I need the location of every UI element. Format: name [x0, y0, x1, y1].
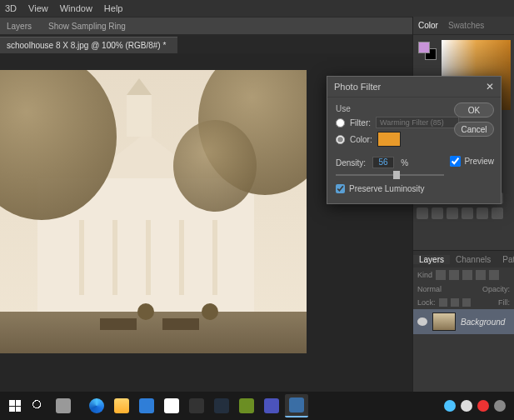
tb-edge-icon[interactable] — [85, 394, 108, 418]
tab-paths[interactable]: Paths — [497, 255, 514, 264]
tb-search-icon[interactable] — [27, 394, 50, 418]
tray-icon[interactable] — [461, 400, 472, 412]
color-radio[interactable] — [336, 135, 345, 144]
opt-layers[interactable]: Layers — [7, 22, 32, 31]
density-slider[interactable] — [336, 171, 444, 179]
doc-tab[interactable]: schoolhouse 8 X 8.jpg @ 100% (RGB/8#) * — [0, 37, 177, 53]
filter-icon[interactable] — [449, 270, 459, 280]
layer-name: Background — [461, 318, 505, 327]
tb-amazon-icon[interactable] — [210, 394, 233, 418]
layers-filter-row: Kind — [413, 268, 514, 282]
tab-layers[interactable]: Layers — [413, 255, 450, 264]
density-input[interactable]: 56 — [372, 157, 394, 168]
menu-3d[interactable]: 3D — [5, 3, 17, 13]
panel-icon[interactable] — [477, 208, 488, 219]
start-button[interactable] — [5, 396, 25, 416]
panel-icon[interactable] — [417, 208, 428, 219]
preserve-checkbox[interactable] — [336, 184, 345, 193]
color-panel-tabs: Color Swatches — [413, 17, 514, 35]
photo-image — [0, 70, 307, 353]
tb-store-icon[interactable] — [160, 394, 183, 418]
filter-radio[interactable] — [336, 118, 345, 128]
tb-app-icon[interactable] — [235, 394, 258, 418]
taskbar — [0, 392, 514, 420]
panel-icon[interactable] — [432, 208, 443, 219]
color-swatch[interactable] — [377, 132, 401, 147]
right-panels: Color Swatches Layers Channels Paths Kin… — [412, 17, 514, 392]
tb-open-app-icon[interactable] — [285, 394, 308, 418]
system-tray — [444, 400, 509, 412]
blend-mode[interactable]: Normal — [417, 285, 479, 293]
dialog-title: Photo Filter — [334, 82, 381, 92]
tray-icon[interactable] — [444, 400, 456, 412]
preview-label: Preview — [464, 157, 494, 166]
lock-label: Lock: — [417, 298, 436, 307]
tb-teams-icon[interactable] — [260, 394, 283, 418]
blend-row: Normal Opacity: — [413, 282, 514, 296]
preserve-label: Preserve Luminosity — [349, 184, 425, 193]
menu-view[interactable]: View — [28, 3, 48, 13]
density-label: Density: — [336, 158, 366, 168]
tb-dropbox-icon[interactable] — [185, 394, 208, 418]
filter-icon[interactable] — [436, 270, 446, 280]
tab-channels[interactable]: Channels — [450, 255, 497, 264]
fg-bg-swatch[interactable] — [418, 42, 437, 60]
opacity-label: Opacity: — [482, 285, 510, 293]
tb-mail-icon[interactable] — [135, 394, 158, 418]
panel-icon[interactable] — [447, 208, 458, 219]
opt-sampling[interactable]: Show Sampling Ring — [48, 22, 126, 31]
fill-label: Fill: — [498, 298, 510, 307]
layer-thumbnail[interactable] — [432, 312, 456, 331]
filter-dropdown[interactable]: Warming Filter (85) — [376, 117, 459, 128]
lock-icon[interactable] — [451, 298, 459, 307]
color-label: Color: — [350, 135, 372, 144]
tb-taskview-icon[interactable] — [52, 394, 75, 418]
menubar: 3D View Window Help — [0, 0, 514, 17]
menu-help[interactable]: Help — [104, 3, 123, 13]
ok-button[interactable]: OK — [454, 102, 494, 118]
preview-checkbox[interactable] — [450, 156, 461, 167]
filter-label: Filter: — [350, 118, 371, 128]
tb-explorer-icon[interactable] — [110, 394, 133, 418]
cancel-button[interactable]: Cancel — [454, 122, 494, 137]
layers-panel: Layers Channels Paths Kind Normal Opacit… — [413, 250, 514, 392]
menu-window[interactable]: Window — [60, 3, 92, 13]
dialog-titlebar[interactable]: Photo Filter ✕ — [327, 77, 501, 98]
tab-swatches[interactable]: Swatches — [448, 21, 484, 30]
filter-icon[interactable] — [489, 270, 499, 280]
canvas[interactable] — [0, 70, 307, 353]
pct-label: % — [401, 158, 408, 168]
fg-color[interactable] — [418, 42, 430, 53]
tray-icon[interactable] — [477, 400, 489, 412]
tray-icon[interactable] — [494, 400, 506, 412]
layers-tabs: Layers Channels Paths — [413, 251, 514, 268]
close-icon[interactable]: ✕ — [486, 81, 494, 92]
photo-filter-dialog: Photo Filter ✕ OK Cancel Preview Use Fil… — [327, 76, 502, 204]
windows-icon — [9, 400, 21, 412]
visibility-icon[interactable] — [417, 318, 427, 326]
panel-icon[interactable] — [492, 208, 503, 219]
lock-icon[interactable] — [439, 298, 447, 307]
lock-row: Lock: Fill: — [413, 296, 514, 309]
filter-icon[interactable] — [476, 270, 486, 280]
filter-icon[interactable] — [462, 270, 472, 280]
tab-color[interactable]: Color — [418, 21, 438, 30]
doc-tab-title: schoolhouse 8 X 8.jpg @ 100% (RGB/8#) * — [7, 41, 166, 50]
kind-label: Kind — [417, 271, 432, 279]
layer-item[interactable]: Background — [413, 309, 514, 334]
panel-icon[interactable] — [462, 208, 473, 219]
lock-icon[interactable] — [462, 298, 471, 307]
